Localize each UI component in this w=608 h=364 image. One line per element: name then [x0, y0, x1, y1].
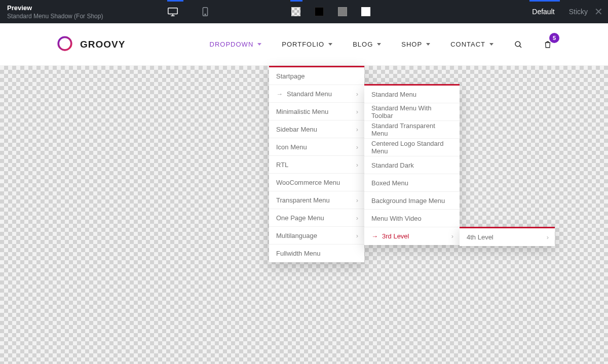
- nav-portfolio-label: PORTFOLIO: [282, 41, 324, 48]
- logo-icon: [56, 34, 74, 55]
- dd2-third-level[interactable]: → 3rd Level ›: [364, 227, 460, 245]
- dd1-icon-label: Icon Menu: [276, 143, 307, 151]
- primary-nav: DROPDOWN PORTFOLIO BLOG SHOP CONTACT 5: [210, 40, 552, 49]
- dd1-transparent-menu[interactable]: Transparent Menu›: [269, 191, 364, 209]
- preview-toolbar: Preview Standard Menu Shadow (For Shop) …: [0, 0, 608, 23]
- dd1-startpage-label: Startpage: [276, 72, 305, 80]
- site-header: GROOVY DROPDOWN PORTFOLIO BLOG SHOP CONT…: [0, 23, 608, 66]
- arrow-right-icon: →: [276, 90, 283, 98]
- chevron-down-icon: [489, 43, 493, 46]
- dd1-multilanguage[interactable]: Multilanguage›: [269, 227, 364, 245]
- mode-sticky[interactable]: Sticky: [569, 8, 588, 16]
- nav-shop-label: SHOP: [401, 41, 422, 48]
- dd2-boxed-menu[interactable]: Boxed Menu: [364, 174, 460, 192]
- dd1-startpage[interactable]: Startpage: [269, 67, 364, 85]
- dd1-fullwidth-menu[interactable]: Fullwidth Menu: [269, 245, 364, 262]
- chevron-right-icon: ›: [451, 232, 453, 240]
- dd1-sidebar-label: Sidebar Menu: [276, 126, 317, 133]
- dd2-third-label: 3rd Level: [382, 232, 409, 240]
- chevron-right-icon: ›: [356, 196, 358, 204]
- bg-swatch-white[interactable]: [361, 7, 370, 16]
- bg-swatch-black[interactable]: [315, 7, 324, 16]
- nav-dropdown[interactable]: DROPDOWN: [210, 41, 262, 48]
- nav-shop[interactable]: SHOP: [401, 41, 430, 48]
- arrow-right-icon: →: [371, 232, 378, 240]
- dd2-centered-label: Centered Logo Standard Menu: [371, 140, 452, 155]
- dd2-standard-transparent[interactable]: Standard Transparent Menu: [364, 121, 460, 139]
- mobile-icon[interactable]: [200, 6, 211, 17]
- dd2-dark-label: Standard Dark: [371, 161, 414, 169]
- logo-text: GROOVY: [80, 39, 125, 50]
- dd1-minimal-label: Minimalistic Menu: [276, 108, 328, 115]
- nav-contact-label: CONTACT: [450, 41, 485, 48]
- nav-contact[interactable]: CONTACT: [450, 41, 493, 48]
- chevron-down-icon: [257, 43, 261, 46]
- dd2-menu-with-video[interactable]: Menu With Video: [364, 210, 460, 227]
- dd2-transparent-label: Standard Transparent Menu: [371, 122, 452, 137]
- dd2-standard-dark[interactable]: Standard Dark: [364, 156, 460, 174]
- dd1-woocommerce-menu[interactable]: WooCommerce Menu: [269, 174, 364, 191]
- dd1-rtl[interactable]: RTL›: [269, 156, 364, 174]
- dd1-onepage-label: One Page Menu: [276, 214, 324, 222]
- chevron-right-icon: ›: [356, 214, 358, 222]
- svg-point-2: [205, 14, 206, 15]
- dd2-standard-menu[interactable]: Standard Menu: [364, 86, 460, 103]
- dd2-toolbar-label: Standard Menu With Toolbar: [371, 104, 452, 119]
- cart-button[interactable]: 5: [543, 40, 552, 49]
- chevron-down-icon: [426, 43, 430, 46]
- close-icon[interactable]: ✕: [594, 0, 603, 23]
- svg-point-4: [515, 42, 520, 47]
- chevron-right-icon: ›: [356, 161, 358, 169]
- nav-dropdown-label: DROPDOWN: [210, 41, 254, 48]
- chevron-right-icon: ›: [356, 126, 358, 133]
- dd1-icon-menu[interactable]: Icon Menu›: [269, 138, 364, 156]
- dropdown-level-1: Startpage → Standard Menu › Minimalistic…: [269, 66, 364, 262]
- nav-blog-label: BLOG: [353, 41, 373, 48]
- dd1-rtl-label: RTL: [276, 161, 288, 169]
- chevron-down-icon: [377, 43, 381, 46]
- svg-rect-0: [168, 8, 177, 14]
- preview-subtitle: Standard Menu Shadow (For Shop): [7, 13, 103, 20]
- dd1-fullwidth-label: Fullwidth Menu: [276, 250, 320, 257]
- dd2-centered-logo[interactable]: Centered Logo Standard Menu: [364, 139, 460, 156]
- dd1-woo-label: WooCommerce Menu: [276, 179, 340, 186]
- dd1-standard-label: Standard Menu: [287, 90, 332, 98]
- bg-swatch-transparent[interactable]: [291, 7, 300, 16]
- cart-count-badge: 5: [549, 33, 559, 43]
- bg-swatch-grey[interactable]: [338, 7, 347, 16]
- nav-blog[interactable]: BLOG: [353, 41, 381, 48]
- chevron-right-icon: ›: [547, 233, 549, 241]
- chevron-right-icon: ›: [356, 143, 358, 151]
- dd2-standard-label: Standard Menu: [371, 91, 416, 98]
- dd2-bg-image-menu[interactable]: Background Image Menu: [364, 192, 460, 210]
- dd1-standard-menu[interactable]: → Standard Menu ›: [269, 85, 364, 103]
- chevron-right-icon: ›: [356, 108, 358, 115]
- dd2-boxed-label: Boxed Menu: [371, 179, 408, 187]
- dd1-sidebar-menu[interactable]: Sidebar Menu›: [269, 120, 364, 138]
- search-icon[interactable]: [514, 40, 523, 49]
- chevron-right-icon: ›: [356, 90, 358, 98]
- desktop-icon[interactable]: [167, 6, 178, 17]
- nav-portfolio[interactable]: PORTFOLIO: [282, 41, 332, 48]
- dd1-transparent-label: Transparent Menu: [276, 196, 330, 204]
- mode-default[interactable]: Default: [532, 8, 554, 16]
- chevron-down-icon: [328, 43, 332, 46]
- dd2-bgimg-label: Background Image Menu: [371, 197, 445, 205]
- preview-canvas: Startpage → Standard Menu › Minimalistic…: [0, 66, 608, 364]
- dd1-one-page-menu[interactable]: One Page Menu›: [269, 209, 364, 227]
- site-logo[interactable]: GROOVY: [56, 34, 125, 55]
- dd3-fourth-label: 4th Level: [467, 233, 493, 241]
- dd2-standard-toolbar[interactable]: Standard Menu With Toolbar: [364, 103, 460, 121]
- dd1-minimalistic-menu[interactable]: Minimalistic Menu›: [269, 103, 364, 120]
- dropdown-level-2: Standard Menu Standard Menu With Toolbar…: [364, 84, 460, 245]
- chevron-right-icon: ›: [356, 232, 358, 239]
- dd2-video-label: Menu With Video: [371, 215, 422, 222]
- dd3-fourth-level[interactable]: 4th Level ›: [460, 228, 555, 246]
- dropdown-level-3: 4th Level ›: [460, 227, 555, 246]
- preview-title: Preview: [7, 4, 103, 12]
- dd1-multilang-label: Multilanguage: [276, 232, 317, 239]
